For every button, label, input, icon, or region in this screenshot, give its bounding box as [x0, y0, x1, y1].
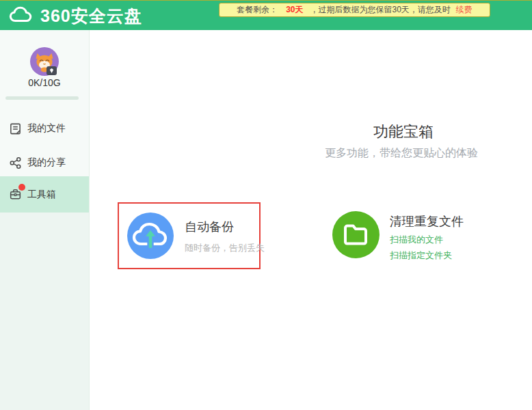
folder-icon [332, 211, 380, 258]
plan-expiry-banner: 套餐剩余： 30天 ，过期后数据为您保留30天，请您及时 续费 [219, 3, 490, 17]
app-header: 360安全云盘 套餐剩余： 30天 ，过期后数据为您保留30天，请您及时 续费 [0, 0, 532, 30]
auto-backup-title[interactable]: 自动备份 [185, 219, 234, 235]
page-subtitle: 更多功能，带给您更贴心的体验 [299, 146, 504, 161]
days-remaining: 30天 [286, 4, 303, 16]
scan-folder-link[interactable]: 扫描指定文件夹 [390, 249, 452, 262]
app-logo: 360安全云盘 [8, 1, 142, 31]
sidebar-item-my-shares[interactable]: 我的分享 [0, 146, 89, 180]
sidebar-filler [0, 213, 89, 410]
clean-duplicates-card[interactable] [332, 211, 380, 258]
expiry-prefix: 套餐剩余： [237, 4, 278, 16]
auto-backup-subtitle: 随时备份，告别丢失 [185, 242, 265, 254]
document-icon [9, 122, 22, 135]
notification-dot [18, 184, 25, 191]
share-icon [9, 156, 22, 169]
cloud-logo-icon [8, 4, 37, 27]
page-title: 功能宝箱 [301, 122, 506, 142]
app-window: 360安全云盘 套餐剩余： 30天 ，过期后数据为您保留30天，请您及时 续费 [0, 0, 532, 410]
main-content: 功能宝箱 更多功能，带给您更贴心的体验 自动备份 随时备份，告别丢失 清理重复文… [90, 30, 532, 410]
sidebar-item-label: 工具箱 [27, 189, 56, 201]
app-title: 360安全云盘 [40, 5, 142, 27]
sidebar: 0K/10G 我的文件 我的分享 [0, 30, 90, 410]
auto-backup-card[interactable] [127, 213, 174, 259]
scan-my-files-link[interactable]: 扫描我的文件 [390, 234, 443, 246]
vip-badge-icon [46, 66, 57, 75]
storage-usage: 0K/10G [0, 77, 89, 88]
sidebar-item-toolbox[interactable]: 工具箱 [0, 176, 89, 213]
expiry-message: ，过期后数据为您保留30天，请您及时 [310, 4, 451, 16]
storage-progress-bar [5, 96, 79, 100]
sidebar-item-my-files[interactable]: 我的文件 [0, 111, 89, 146]
sidebar-item-label: 我的分享 [27, 156, 66, 169]
sidebar-item-label: 我的文件 [27, 122, 66, 135]
clean-duplicates-title[interactable]: 清理重复文件 [390, 213, 464, 230]
cloud-upload-icon [127, 213, 174, 259]
renew-link[interactable]: 续费 [456, 4, 473, 16]
